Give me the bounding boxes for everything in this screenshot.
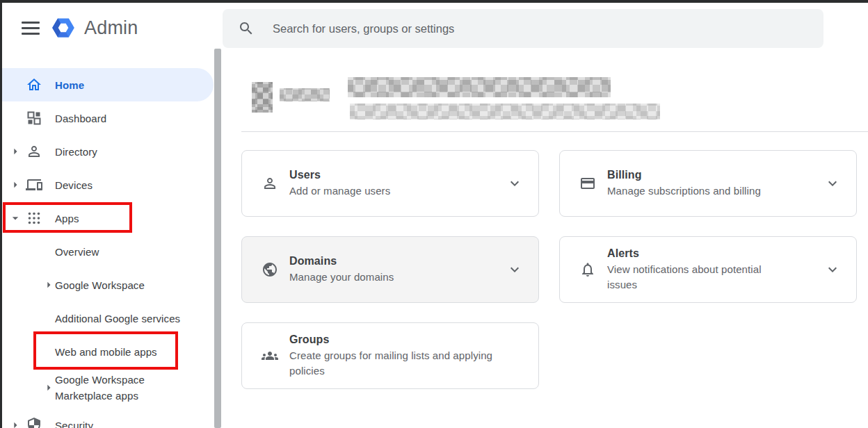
redacted-account-avatar	[252, 82, 273, 113]
sidebar-item-label: Dashboard	[55, 101, 106, 135]
expand-right-icon[interactable]	[8, 145, 22, 158]
expand-right-icon[interactable]	[42, 278, 56, 292]
card-title: Groups	[289, 334, 523, 346]
sidebar-scrollbar[interactable]	[214, 49, 221, 428]
chevron-down-icon[interactable]	[824, 261, 841, 278]
sidebar-item-workspace-marketplace-apps[interactable]: Google Workspace Marketplace apps	[2, 368, 214, 407]
person-icon	[262, 175, 278, 192]
domains-card[interactable]: Domains Manage your domains	[241, 236, 539, 303]
sidebar-item-label: Devices	[55, 168, 93, 201]
apps-grid-icon	[26, 210, 42, 227]
dashboard-icon	[26, 110, 42, 126]
sidebar-item-devices[interactable]: Devices	[2, 168, 214, 201]
redacted-account-line-1	[348, 77, 611, 97]
sidebar-item-label: Google Workspace Marketplace apps	[55, 372, 172, 404]
chevron-down-icon[interactable]	[824, 175, 841, 192]
globe-icon	[262, 261, 278, 278]
card-title: Billing	[607, 169, 819, 181]
sidebar-item-label: Directory	[55, 135, 97, 168]
admin-hexagon-logo-icon	[50, 15, 77, 41]
sidebar-item-label: Additional Google services	[55, 302, 180, 335]
card-description: Create groups for mailing lists and appl…	[289, 348, 522, 379]
admin-logo[interactable]: Admin	[50, 15, 138, 41]
window-left-edge	[0, 0, 2, 428]
sidebar-item-additional-google-services[interactable]: Additional Google services	[2, 302, 214, 335]
sidebar-item-apps-overview[interactable]: Overview	[2, 235, 214, 268]
sidebar-item-label: Overview	[55, 235, 99, 268]
card-description: Manage subscriptions and billing	[607, 183, 819, 199]
card-description: Manage your domains	[289, 270, 501, 285]
sidebar-item-google-workspace[interactable]: Google Workspace	[2, 268, 214, 302]
credit-card-icon	[579, 175, 596, 192]
window-top-edge	[0, 0, 868, 3]
sidebar-item-label: Apps	[55, 201, 79, 235]
devices-icon	[26, 176, 42, 193]
sidebar-item-apps[interactable]: Apps	[2, 201, 214, 235]
alerts-card[interactable]: Alerts View notifications about potentia…	[559, 236, 857, 303]
home-icon	[26, 76, 42, 93]
sidebar-item-dashboard[interactable]: Dashboard	[2, 101, 214, 135]
card-description: Add or manage users	[289, 183, 501, 199]
sidebar-item-web-and-mobile-apps[interactable]: Web and mobile apps	[2, 335, 214, 368]
hamburger-menu-icon[interactable]	[20, 19, 41, 38]
expand-right-icon[interactable]	[8, 418, 22, 428]
expand-right-icon[interactable]	[42, 381, 56, 395]
content-divider	[241, 131, 868, 132]
card-description: View notifications about potential issue…	[607, 262, 782, 293]
redacted-account-label	[280, 88, 330, 101]
sidebar-item-label: Web and mobile apps	[55, 335, 157, 368]
search-input[interactable]	[273, 22, 812, 35]
person-icon	[26, 143, 42, 160]
expand-right-icon[interactable]	[8, 178, 22, 192]
sidebar-item-directory[interactable]: Directory	[2, 135, 214, 168]
chevron-down-icon[interactable]	[506, 175, 523, 192]
sidebar-item-home[interactable]: Home	[2, 68, 214, 101]
quick-action-cards: Users Add or manage users Billing Manage…	[241, 150, 857, 389]
chevron-down-icon[interactable]	[506, 261, 523, 278]
card-title: Alerts	[607, 247, 819, 260]
sidebar-item-label: Home	[55, 68, 84, 101]
bell-icon	[579, 261, 596, 278]
users-card[interactable]: Users Add or manage users	[241, 150, 539, 217]
groups-icon	[262, 347, 278, 364]
search-bar[interactable]	[223, 9, 823, 48]
sidebar-item-label: Security	[55, 409, 93, 428]
search-icon	[238, 20, 255, 37]
billing-card[interactable]: Billing Manage subscriptions and billing	[559, 150, 857, 217]
app-title: Admin	[84, 17, 138, 39]
expand-down-icon[interactable]	[8, 211, 22, 225]
sidebar-item-label: Google Workspace	[55, 268, 145, 302]
groups-card[interactable]: Groups Create groups for mailing lists a…	[241, 322, 539, 389]
card-title: Users	[289, 169, 501, 181]
security-shield-icon	[26, 417, 42, 428]
redacted-account-line-2	[350, 104, 660, 120]
card-title: Domains	[289, 255, 501, 268]
admin-console-screen: Admin Home Dashboard Dir	[0, 0, 868, 428]
sidebar-item-security[interactable]: Security	[2, 409, 214, 428]
